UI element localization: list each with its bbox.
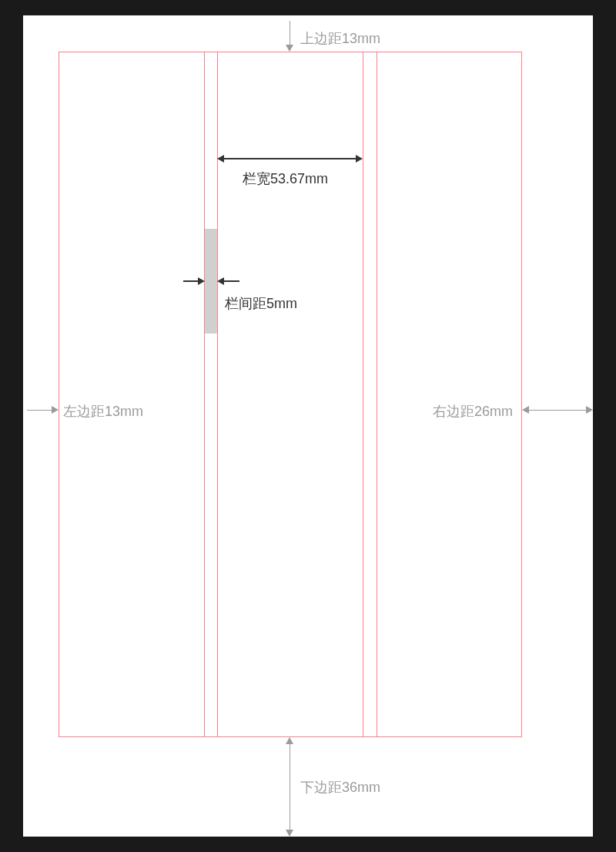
bottom-margin-arrow-down (286, 830, 293, 837)
gutter-label: 栏间距5mm (225, 294, 297, 313)
margin-box (59, 52, 522, 737)
right-margin-arrow-left (522, 406, 529, 414)
column-width-arrow-right (356, 155, 363, 163)
left-margin-label: 左边距13mm (63, 402, 143, 421)
bottom-margin-arrow-up (286, 737, 293, 744)
left-margin-arrow-head (52, 406, 59, 414)
column-width-shaft (224, 158, 356, 159)
gutter-left-arrow (198, 277, 205, 285)
right-margin-arrow-right (586, 406, 593, 414)
gutter-right-shaft (224, 280, 239, 282)
top-margin-arrow-shaft (290, 21, 290, 45)
col2-right-guide (363, 52, 363, 737)
column-width-label: 栏宽53.67mm (243, 169, 328, 188)
gutter-right-arrow (217, 277, 224, 285)
top-margin-arrow-head (286, 45, 293, 52)
bottom-margin-arrow-shaft (290, 744, 290, 830)
right-margin-label: 右边距26mm (433, 402, 513, 421)
column-width-arrow-left (217, 155, 224, 163)
left-margin-arrow-shaft (27, 410, 52, 411)
right-margin-arrow-shaft (529, 410, 589, 411)
page-canvas: 上边距13mm 下边距36mm 左边距13mm 右边距26mm 栏宽53.67m… (23, 15, 593, 837)
bottom-margin-label: 下边距36mm (300, 778, 380, 797)
gutter-highlight (205, 229, 217, 334)
col1-right-guide (204, 52, 205, 737)
col3-left-guide (377, 52, 377, 737)
top-margin-label: 上边距13mm (300, 29, 380, 48)
gutter-left-shaft (183, 280, 199, 282)
